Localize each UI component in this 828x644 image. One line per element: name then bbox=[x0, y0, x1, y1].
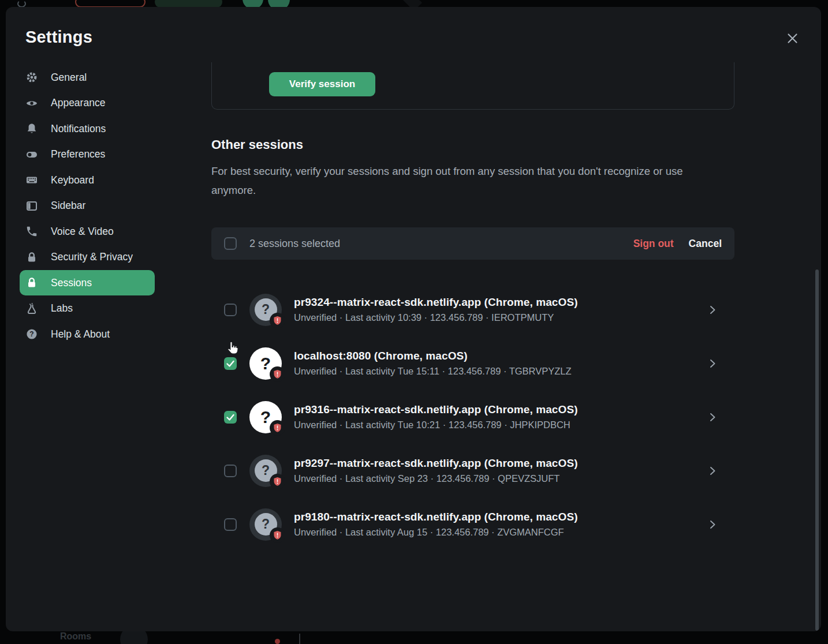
sidebar-item-label: Keyboard bbox=[51, 174, 94, 186]
session-avatar: ? bbox=[249, 347, 282, 380]
current-session-card: Verify session bbox=[211, 62, 734, 110]
background-divider bbox=[299, 634, 300, 644]
keyboard-icon bbox=[25, 174, 38, 186]
session-avatar: ? bbox=[249, 401, 282, 433]
chevron-right-icon[interactable] bbox=[707, 465, 718, 477]
unverified-shield-icon bbox=[270, 313, 285, 328]
session-row[interactable]: ? localhost:8080 (Chrome, macOS) Unverif… bbox=[211, 336, 734, 390]
session-avatar: ? bbox=[249, 294, 282, 326]
session-row[interactable]: ? pr9180--matrix-react-sdk.netlify.app (… bbox=[211, 497, 734, 551]
phone-icon bbox=[25, 225, 38, 238]
bell-icon bbox=[25, 122, 38, 135]
sidebar-item-sessions[interactable]: Sessions bbox=[20, 270, 155, 295]
background-notification-dot bbox=[275, 639, 280, 644]
selection-bar: 2 sessions selected Sign out Cancel bbox=[211, 227, 734, 260]
sign-out-button[interactable]: Sign out bbox=[633, 238, 674, 250]
session-row[interactable]: ? pr9297--matrix-react-sdk.netlify.app (… bbox=[211, 444, 734, 497]
session-details: Unverified · Last activity Tue 10:21 · 1… bbox=[294, 420, 578, 430]
sidebar-item-label: Preferences bbox=[51, 148, 105, 160]
sidebar-item-general[interactable]: General bbox=[20, 65, 155, 90]
lock-icon bbox=[25, 251, 38, 264]
session-checkbox[interactable] bbox=[224, 411, 237, 424]
sidebar-item-appearance[interactable]: Appearance bbox=[20, 91, 155, 116]
session-name: pr9180--matrix-react-sdk.netlify.app (Ch… bbox=[294, 511, 578, 523]
other-sessions-heading: Other sessions bbox=[211, 137, 303, 152]
session-name: localhost:8080 (Chrome, macOS) bbox=[294, 350, 572, 362]
sidebar-item-label: Appearance bbox=[51, 97, 105, 109]
sidebar-item-label: General bbox=[51, 72, 87, 84]
eye-icon bbox=[25, 97, 38, 110]
select-all-checkbox[interactable] bbox=[224, 237, 237, 250]
unverified-shield-icon bbox=[270, 527, 285, 543]
background-rooms-label: Rooms bbox=[60, 631, 91, 642]
toggle-icon bbox=[25, 148, 38, 161]
verify-session-button[interactable]: Verify session bbox=[269, 72, 375, 96]
unverified-shield-icon bbox=[270, 366, 285, 382]
settings-sidebar: General Appearance Notifications Prefere… bbox=[20, 65, 155, 347]
session-name: pr9316--matrix-react-sdk.netlify.app (Ch… bbox=[294, 403, 578, 416]
sidebar-item-label: Voice & Video bbox=[51, 226, 114, 238]
sidebar-item-labs[interactable]: Labs bbox=[20, 296, 155, 321]
close-icon bbox=[785, 31, 800, 48]
session-details: Unverified · Last activity Sep 23 · 123.… bbox=[294, 473, 578, 484]
unknown-device-icon: ? bbox=[260, 407, 271, 427]
dialog-title: Settings bbox=[25, 28, 92, 47]
gear-icon bbox=[25, 71, 38, 84]
settings-dialog: Settings General Appearance Notification… bbox=[6, 7, 821, 631]
sidebar-item-sidebar[interactable]: Sidebar bbox=[20, 193, 155, 219]
chevron-right-icon[interactable] bbox=[707, 304, 718, 316]
sidebar-item-keyboard[interactable]: Keyboard bbox=[20, 167, 155, 193]
session-details: Unverified · Last activity Aug 15 · 123.… bbox=[294, 527, 578, 538]
lock-icon bbox=[25, 276, 38, 289]
sidebar-item-help-about[interactable]: ? Help & About bbox=[20, 321, 155, 347]
chevron-right-icon[interactable] bbox=[707, 411, 718, 423]
sidebar-item-label: Security & Privacy bbox=[51, 251, 133, 263]
scrollbar-thumb[interactable] bbox=[815, 269, 819, 631]
session-avatar: ? bbox=[249, 455, 282, 487]
session-checkbox[interactable] bbox=[224, 304, 237, 316]
session-avatar: ? bbox=[249, 508, 282, 541]
close-button[interactable] bbox=[779, 27, 805, 52]
session-details: Unverified · Last activity Tue 15:11 · 1… bbox=[294, 366, 572, 377]
session-name: pr9324--matrix-react-sdk.netlify.app (Ch… bbox=[294, 296, 578, 309]
svg-text:?: ? bbox=[29, 330, 33, 338]
unverified-shield-icon bbox=[270, 474, 285, 489]
session-row[interactable]: ? pr9324--matrix-react-sdk.netlify.app (… bbox=[211, 283, 734, 336]
sidebar-item-preferences[interactable]: Preferences bbox=[20, 142, 155, 167]
split-panel-icon bbox=[25, 200, 38, 212]
sidebar-item-voice-video[interactable]: Voice & Video bbox=[20, 219, 155, 244]
selection-status: 2 sessions selected bbox=[249, 238, 340, 250]
sidebar-item-label: Sessions bbox=[51, 277, 92, 289]
session-details: Unverified · Last activity 10:39 · 123.4… bbox=[294, 312, 578, 323]
help-circle-icon: ? bbox=[25, 328, 38, 340]
other-sessions-description: For best security, verify your sessions … bbox=[211, 162, 692, 200]
unverified-shield-icon bbox=[270, 420, 285, 436]
sidebar-item-label: Help & About bbox=[51, 328, 110, 340]
session-list: ? pr9324--matrix-react-sdk.netlify.app (… bbox=[211, 283, 734, 551]
sidebar-item-label: Sidebar bbox=[51, 200, 85, 212]
sidebar-item-notifications[interactable]: Notifications bbox=[20, 116, 155, 141]
session-checkbox[interactable] bbox=[224, 465, 237, 477]
session-name: pr9297--matrix-react-sdk.netlify.app (Ch… bbox=[294, 457, 578, 470]
session-checkbox[interactable] bbox=[224, 357, 237, 370]
sidebar-item-security-privacy[interactable]: Security & Privacy bbox=[20, 245, 155, 270]
chevron-right-icon[interactable] bbox=[707, 358, 718, 369]
chevron-right-icon[interactable] bbox=[707, 519, 718, 530]
sidebar-item-label: Notifications bbox=[51, 123, 106, 135]
session-checkbox[interactable] bbox=[224, 518, 237, 531]
session-row[interactable]: ? pr9316--matrix-react-sdk.netlify.app (… bbox=[211, 390, 734, 444]
unknown-device-icon: ? bbox=[260, 354, 271, 373]
cancel-button[interactable]: Cancel bbox=[689, 238, 722, 250]
sidebar-item-label: Labs bbox=[51, 302, 73, 314]
flask-icon bbox=[25, 302, 38, 315]
